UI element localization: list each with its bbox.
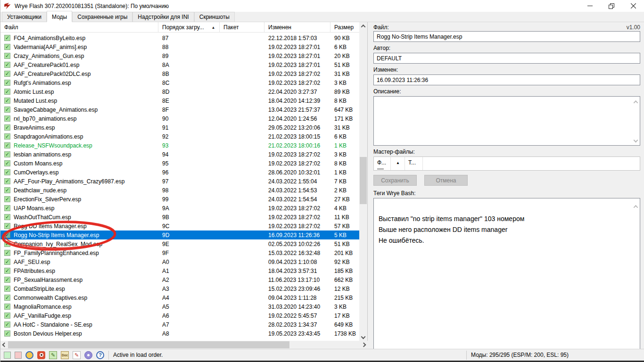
mod-enabled-checkbox[interactable]: ✓ bbox=[4, 115, 10, 122]
table-row[interactable]: ✓CumOverlays.esp9628.06.2020 10:32:011 K… bbox=[0, 168, 360, 177]
mod-enabled-checkbox[interactable]: ✓ bbox=[4, 160, 10, 166]
masters-table[interactable]: Ф... ▲ Т... bbox=[373, 156, 640, 171]
edit-icon[interactable]: ✎ bbox=[73, 351, 81, 359]
table-row[interactable]: ✓AAF_CreaturePack02DLC.esp8B19.02.2023 1… bbox=[0, 69, 360, 78]
mod-enabled-checkbox[interactable]: ✓ bbox=[4, 241, 10, 247]
mod-enabled-checkbox[interactable]: ✓ bbox=[4, 142, 10, 148]
table-row[interactable]: ✓SavageCabbage_Animations.esp8F13.04.202… bbox=[0, 105, 360, 114]
mod-enabled-checkbox[interactable]: ✓ bbox=[4, 53, 10, 59]
horizontal-scrollbar[interactable] bbox=[0, 341, 368, 349]
column-header-modified[interactable]: Изменен bbox=[264, 22, 330, 32]
file-name-field[interactable]: Rogg No-Strip Items Manager.esp bbox=[373, 31, 640, 42]
bash-tags-field[interactable]: Выставил "no strip items manager" 103 но… bbox=[373, 198, 640, 350]
mod-enabled-checkbox[interactable]: ✓ bbox=[4, 71, 10, 77]
vertical-scrollbar-thumb[interactable] bbox=[360, 157, 367, 204]
table-row[interactable]: ✓Commonwealth Captives.espA409.04.2023 1… bbox=[0, 293, 360, 302]
tab-3[interactable]: Надстройки для INI bbox=[132, 12, 194, 22]
table-row[interactable]: ✓Companion_Ivy_RealSex_Mod.esp9E02.05.20… bbox=[0, 239, 360, 248]
table-row[interactable]: ✓WashOutThatCum.esp9B19.02.2023 18:27:02… bbox=[0, 213, 360, 222]
scroll-up-icon[interactable] bbox=[633, 201, 638, 212]
mod-enabled-checkbox[interactable]: ✓ bbox=[4, 277, 10, 283]
table-row[interactable]: ✓Custom Moans.esp9519.02.2023 18:27:028 … bbox=[0, 159, 360, 168]
table-row[interactable]: ✓Vadermania[AAF_anims].esp8819.02.2023 1… bbox=[0, 42, 360, 51]
eye-icon[interactable] bbox=[37, 351, 45, 359]
mod-enabled-checkbox[interactable]: ✓ bbox=[4, 35, 10, 41]
mod-enabled-checkbox[interactable]: ✓ bbox=[4, 250, 10, 256]
table-row[interactable]: ✓Atomic Lust.esp8D22.04.2020 3:27:3789 K… bbox=[0, 87, 360, 96]
mod-enabled-checkbox[interactable]: ✓ bbox=[4, 98, 10, 104]
save-button[interactable]: Сохранить bbox=[373, 175, 417, 186]
scroll-down-icon[interactable] bbox=[633, 137, 638, 143]
table-row[interactable]: ✓MagnoliaRomance.espA531.03.2020 14:23:4… bbox=[0, 302, 360, 311]
tab-4[interactable]: Скриншоты bbox=[194, 12, 235, 22]
table-row[interactable]: ✓Crazy_Animations_Gun.esp8919.02.2023 18… bbox=[0, 51, 360, 60]
author-field[interactable]: DEFAULT bbox=[373, 53, 640, 64]
column-header-size[interactable]: Размер bbox=[330, 22, 360, 32]
mod-enabled-checkbox[interactable]: ✓ bbox=[4, 304, 10, 310]
mod-enabled-checkbox[interactable]: ✓ bbox=[4, 80, 10, 86]
mod-enabled-checkbox[interactable]: ✓ bbox=[4, 268, 10, 274]
scroll-down-icon[interactable] bbox=[359, 333, 367, 341]
masters-column-index[interactable]: Т... bbox=[405, 157, 423, 170]
table-row[interactable]: ✓Rogg No-Strip Items Manager.esp9D16.09.… bbox=[0, 230, 360, 239]
mod-enabled-checkbox[interactable]: ✓ bbox=[4, 89, 10, 95]
masters-column-file[interactable]: Ф... bbox=[374, 157, 391, 170]
mod-enabled-checkbox[interactable]: ✓ bbox=[4, 187, 10, 193]
mod-enabled-checkbox[interactable]: ✓ bbox=[4, 313, 10, 319]
mod-enabled-checkbox[interactable]: ✓ bbox=[4, 295, 10, 301]
table-row[interactable]: ✓FO4_AnimationsByLeito.esp8722.12.2018 1… bbox=[0, 33, 360, 42]
scroll-left-icon[interactable] bbox=[0, 341, 8, 349]
table-row[interactable]: ✓Release_NSFWsoundpack.esp9321.02.2023 1… bbox=[0, 141, 360, 150]
mod-enabled-checkbox[interactable]: ✓ bbox=[4, 178, 10, 184]
table-row[interactable]: ✓AAF_Four-Play_Animations_Crazy6987.esp9… bbox=[0, 177, 360, 186]
table-row[interactable]: ✓Deathclaw_nude.esp9824.03.2022 1:54:532… bbox=[0, 186, 360, 195]
table-row[interactable]: ✓UAP Moans.esp9A19.02.2023 18:27:024 KB bbox=[0, 204, 360, 213]
table-row[interactable]: ✓ErectionFix_SilverPerv.esp9924.03.2022 … bbox=[0, 195, 360, 204]
mod-enabled-checkbox[interactable]: ✓ bbox=[4, 232, 10, 238]
doc-browser-icon[interactable]: Doc bbox=[61, 351, 69, 359]
scroll-up-icon[interactable] bbox=[633, 99, 638, 105]
table-row[interactable]: ✓FPAttributes.espA118.04.2023 3:57:31185… bbox=[0, 266, 360, 275]
tab-2[interactable]: Сохраненные игры bbox=[72, 12, 132, 22]
mod-enabled-checkbox[interactable]: ✓ bbox=[4, 107, 10, 113]
table-row[interactable]: ✓AAF_CreaturePack01.esp8A19.02.2023 18:2… bbox=[0, 60, 360, 69]
mod-enabled-checkbox[interactable]: ✓ bbox=[4, 169, 10, 175]
table-row[interactable]: ✓BraveAnims.esp9129.05.2022 13:20:0631 K… bbox=[0, 123, 360, 132]
scroll-up-icon[interactable] bbox=[359, 22, 367, 30]
restore-button[interactable] bbox=[601, 0, 622, 12]
table-row[interactable]: ✓AAF_SEU.espA009.04.2023 1:10:0892 KB bbox=[0, 257, 360, 266]
description-field[interactable] bbox=[373, 96, 640, 146]
column-header-package[interactable]: Пакет bbox=[220, 22, 264, 32]
mod-enabled-checkbox[interactable]: ✓ bbox=[4, 214, 10, 220]
table-row[interactable]: ✓Rogg DD Items Manager.esp9C19.02.2023 1… bbox=[0, 222, 360, 230]
scroll-right-icon[interactable] bbox=[360, 341, 368, 349]
column-header-file[interactable]: Файл bbox=[0, 22, 158, 32]
table-row[interactable]: ✓Rufgt's Animations.esp8C19.02.2023 18:2… bbox=[0, 78, 360, 87]
minimize-button[interactable] bbox=[579, 0, 601, 12]
table-row[interactable]: ✓CombatStripLite.espA315.02.2023 23:09:4… bbox=[0, 284, 360, 293]
table-row[interactable]: ✓lesbian animations.esp9419.02.2023 18:2… bbox=[0, 150, 360, 159]
masters-sort-icon[interactable]: ▲ bbox=[391, 157, 405, 170]
settings-gear-icon[interactable] bbox=[84, 351, 92, 359]
table-row[interactable]: ✓AAF_VanillaFudge.espA619.02.2022 5:45:5… bbox=[0, 311, 360, 320]
close-button[interactable] bbox=[622, 0, 644, 12]
mod-enabled-checkbox[interactable]: ✓ bbox=[4, 223, 10, 229]
mod-enabled-checkbox[interactable]: ✓ bbox=[4, 62, 10, 68]
mod-enabled-checkbox[interactable]: ✓ bbox=[4, 44, 10, 50]
table-row[interactable]: ✓SnapdragonAnimations.esp9221.02.2023 18… bbox=[0, 132, 360, 141]
mod-enabled-checkbox[interactable]: ✓ bbox=[4, 205, 10, 211]
table-row[interactable]: ✓rxl_bp70_animations.esp9012.04.2020 1:2… bbox=[0, 114, 360, 123]
table-row[interactable]: ✓FP_SexualHarassment.espA211.06.2023 13:… bbox=[0, 275, 360, 284]
horizontal-scrollbar-thumb[interactable] bbox=[8, 341, 289, 348]
tab-1[interactable]: Моды bbox=[47, 11, 72, 22]
mod-enabled-checkbox[interactable]: ✓ bbox=[4, 196, 10, 202]
table-row[interactable]: ✓Mutated Lust.esp8E18.04.2020 14:12:398 … bbox=[0, 96, 360, 105]
help-icon[interactable]: ? bbox=[96, 351, 104, 359]
modified-field[interactable]: 16.09.2023 11:26:36 bbox=[373, 74, 640, 85]
mod-enabled-checkbox[interactable]: ✓ bbox=[4, 133, 10, 140]
mod-enabled-checkbox[interactable]: ✓ bbox=[4, 151, 10, 157]
mod-enabled-checkbox[interactable]: ✓ bbox=[4, 321, 10, 328]
cancel-button[interactable]: Отмена bbox=[424, 175, 468, 186]
mod-enabled-checkbox[interactable]: ✓ bbox=[4, 259, 10, 265]
tab-0[interactable]: Установщики bbox=[2, 12, 47, 22]
